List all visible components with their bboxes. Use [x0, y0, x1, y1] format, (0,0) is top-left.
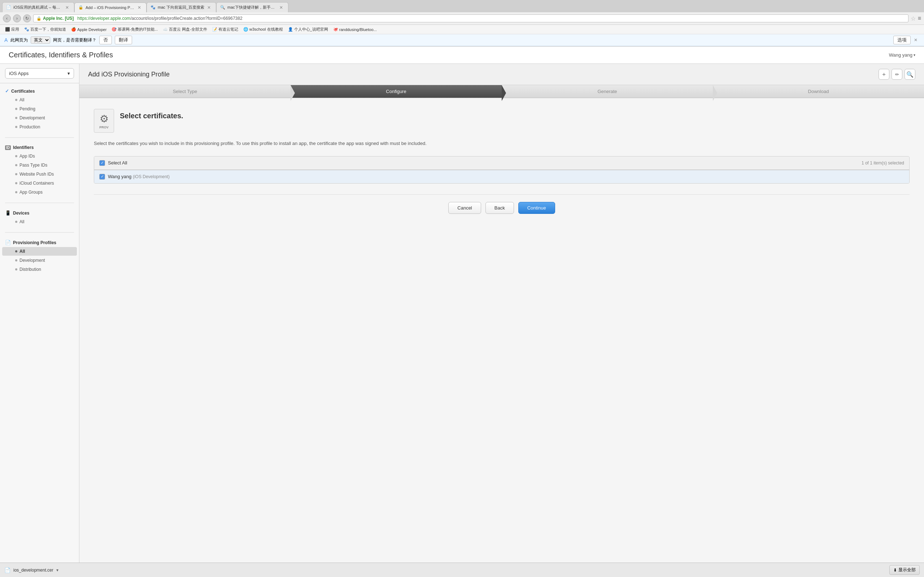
bookmark-baiduyun-icon: ☁️ [163, 27, 168, 32]
cert-row-wang-yang[interactable]: ✓ Wang yang (iOS Development) [94, 170, 909, 183]
translate-yes-button[interactable]: 翻译 [115, 36, 132, 44]
sidebar-item-certs-all[interactable]: All [2, 95, 77, 104]
tab-1-title: iOS应用的真机调试 – 每天进... [13, 5, 63, 10]
search-icon: 🔍 [906, 71, 914, 78]
menu-icon[interactable]: ≡ [918, 15, 921, 22]
sidebar-item-website-push-ids[interactable]: Website Push IDs [2, 170, 77, 179]
bookmark-baiduyun[interactable]: ☁️ 百度云 网盘-全部文件 [161, 26, 209, 33]
bookmark-github-label: randdusing/Bluetoo... [339, 27, 377, 32]
dot-icon [15, 268, 17, 271]
step-select-type[interactable]: Select Type [79, 85, 291, 98]
translate-bar: A 此网页为 英文 网页，是否需要翻译？ 否 翻译 选项 ✕ [0, 34, 924, 46]
continue-button[interactable]: Continue [518, 202, 555, 214]
address-bar[interactable]: 🔒 Apple Inc. [US] https://developer.appl… [33, 15, 908, 23]
bookmark-w3school[interactable]: 🌐 w3school 在线教程 [241, 26, 285, 33]
cancel-button[interactable]: Cancel [448, 202, 481, 214]
prov-icon-text: PROV [99, 126, 109, 129]
ios-apps-dropdown[interactable]: iOS Apps ▾ [5, 68, 74, 79]
certs-all-label: All [19, 97, 24, 102]
tab-4-title: mac下快捷键详解，新手必读... [228, 5, 276, 10]
sidebar-item-app-ids[interactable]: App IDs [2, 152, 77, 161]
dot-icon [15, 259, 17, 261]
dot-icon [15, 250, 17, 253]
bookmark-apple-dev[interactable]: 🍎 Apple Developer [69, 26, 109, 32]
dot-icon [15, 99, 17, 101]
add-button[interactable]: ＋ [879, 69, 889, 80]
bookmark-baidu[interactable]: 🐾 百度一下，你就知道 [22, 26, 68, 33]
sidebar-item-certs-production[interactable]: Production [2, 122, 77, 131]
edit-button[interactable]: ✏ [892, 69, 902, 80]
bookmark-github[interactable]: 🐙 randdusing/Bluetoo... [331, 26, 379, 32]
identifiers-icon: ID [5, 145, 11, 150]
tab-2[interactable]: 🔒 Add – iOS Provisioning Pro... ✕ [74, 3, 147, 12]
sidebar-item-icloud-containers[interactable]: iCloud Containers [2, 179, 77, 187]
user-menu[interactable]: Wang yang [889, 52, 915, 58]
sidebar-item-app-groups[interactable]: App Groups [2, 188, 77, 197]
step-select-type-label: Select Type [173, 89, 197, 94]
dot-icon [15, 155, 17, 157]
tab-1-close[interactable]: ✕ [65, 5, 69, 10]
bookmark-apps-icon: ⬛ [5, 27, 10, 32]
tab-3[interactable]: 🐾 mac 下向前返回_百度搜索 ✕ [147, 2, 216, 12]
tab-1[interactable]: 📄 iOS应用的真机调试 – 每天进... ✕ [2, 2, 74, 12]
bookmark-youdao[interactable]: 📝 有道云笔记 [210, 26, 241, 33]
tab-4-favicon: 🔍 [220, 5, 225, 10]
download-arrow-icon: ▾ [56, 567, 58, 573]
app-ids-label: App IDs [19, 154, 35, 159]
bookmark-star-icon[interactable]: ☆ [911, 15, 916, 22]
translate-close-icon[interactable]: ✕ [912, 37, 920, 43]
select-all-checkbox[interactable]: ✓ [99, 160, 105, 166]
select-all-row[interactable]: ✓ Select All [99, 160, 127, 166]
show-all-downloads-button[interactable]: ⬇ 显示全部 [889, 565, 920, 575]
section-description: Select the certificates you wish to incl… [94, 140, 909, 148]
bookmark-github-icon: 🐙 [333, 27, 338, 32]
tab-2-title: Add – iOS Provisioning Pro... [86, 5, 135, 10]
bookmark-baidu-label: 百度一下，你就知道 [30, 27, 66, 32]
bookmark-apps[interactable]: ⬛ 应用 [3, 26, 21, 33]
reload-button[interactable]: ↻ [23, 15, 31, 23]
translate-language-select[interactable]: 英文 [31, 36, 50, 44]
step-configure-label: Configure [386, 89, 406, 94]
bookmark-baidu-icon: 🐾 [24, 27, 29, 32]
sidebar-item-prov-all[interactable]: All [2, 247, 77, 256]
sidebar: iOS Apps ▾ ✓ Certificates All Pending [0, 64, 79, 577]
cert-checkbox-wang-yang[interactable]: ✓ [99, 174, 105, 180]
tab-4-close[interactable]: ✕ [279, 5, 284, 10]
tab-4[interactable]: 🔍 mac下快捷键详解，新手必读... ✕ [216, 2, 288, 12]
edit-icon: ✏ [895, 72, 899, 77]
sidebar-item-pass-type-ids[interactable]: Pass Type IDs [2, 161, 77, 169]
provisioning-icon: 📄 [5, 240, 11, 245]
forward-button[interactable]: › [13, 15, 21, 23]
tab-3-close[interactable]: ✕ [207, 5, 212, 10]
translate-options-button[interactable]: 选项 [893, 36, 911, 44]
sidebar-item-certs-pending[interactable]: Pending [2, 105, 77, 113]
prov-development-label: Development [19, 258, 45, 263]
back-button[interactable]: Back [485, 202, 514, 214]
bookmark-apple-dev-label: Apple Developer [77, 27, 107, 32]
address-domain: https://developer.apple.com [77, 16, 130, 21]
sidebar-item-devices-all[interactable]: All [2, 218, 77, 226]
divider-3 [5, 232, 74, 233]
bookmark-youdao-label: 有道云笔记 [218, 27, 238, 32]
translate-prefix: 此网页为 [10, 37, 28, 43]
dot-icon [15, 221, 17, 223]
bookmark-shuo-label: 个人中心_说吧官网 [294, 27, 328, 32]
pass-type-ids-label: Pass Type IDs [19, 163, 47, 168]
sidebar-item-prov-distribution[interactable]: Distribution [2, 265, 77, 274]
tab-2-close[interactable]: ✕ [137, 5, 142, 10]
back-button[interactable]: ‹ [3, 15, 11, 23]
bookmarks-bar: ⬛ 应用 🐾 百度一下，你就知道 🍎 Apple Developer 🎯 慕课网… [0, 25, 924, 34]
bookmark-apps-label: 应用 [11, 27, 19, 32]
cert-type-label: (iOS Development) [133, 174, 170, 179]
app-header: Certificates, Identifiers & Profiles Wan… [0, 47, 924, 64]
bookmark-shuo[interactable]: 👤 个人中心_说吧官网 [286, 26, 330, 33]
sidebar-item-certs-development[interactable]: Development [2, 114, 77, 122]
provisioning-header: 📄 Provisioning Profiles [0, 239, 79, 247]
translate-no-button[interactable]: 否 [99, 36, 112, 44]
step-download[interactable]: Download [713, 85, 924, 98]
bookmark-mooc[interactable]: 🎯 慕课网-免费的IT技能... [109, 26, 160, 33]
search-button[interactable]: 🔍 [905, 69, 915, 80]
sidebar-item-prov-development[interactable]: Development [2, 256, 77, 265]
step-generate[interactable]: Generate [502, 85, 713, 98]
step-configure[interactable]: Configure [291, 85, 502, 98]
